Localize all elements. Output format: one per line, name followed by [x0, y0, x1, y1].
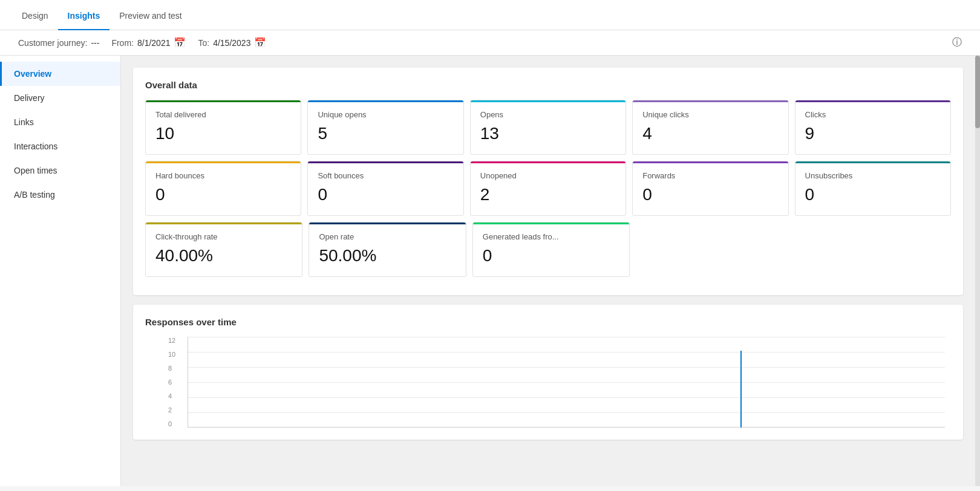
metric-hard-bounces-value: 0	[155, 185, 291, 204]
metric-soft-bounces-label: Soft bounces	[318, 171, 453, 180]
metric-click-through-rate-label: Click-through rate	[155, 232, 292, 241]
metric-click-through-rate-value: 40.00%	[155, 246, 292, 265]
metric-open-rate-value: 50.00%	[319, 246, 456, 265]
sidebar-item-delivery[interactable]: Delivery	[0, 86, 120, 110]
tab-insights[interactable]: Insights	[58, 2, 110, 30]
chart-area: 12 10 8 6 4 2 0	[188, 337, 945, 428]
metric-opens-value: 13	[480, 124, 616, 143]
scrollbar-track[interactable]	[975, 56, 980, 486]
scrollbar-thumb[interactable]	[975, 56, 980, 128]
tab-preview-test[interactable]: Preview and test	[109, 2, 192, 30]
metric-forwards-label: Forwards	[642, 171, 778, 180]
to-calendar-icon[interactable]: 📅	[254, 37, 266, 48]
chart-y-axis	[188, 337, 188, 428]
metric-clicks: Clicks 9	[795, 100, 951, 155]
metrics-row3: Click-through rate 40.00% Open rate 50.0…	[145, 222, 951, 277]
metric-unsubscribes: Unsubscribes 0	[795, 161, 951, 216]
metric-total-delivered: Total delivered 10	[145, 100, 301, 155]
y-label-6: 6	[168, 379, 175, 386]
responses-over-time-title: Responses over time	[145, 317, 951, 327]
metric-click-through-rate: Click-through rate 40.00%	[145, 222, 302, 277]
metrics-row2: Hard bounces 0 Soft bounces 0 Unopened 2…	[145, 161, 951, 216]
grid-line-12	[188, 337, 945, 337]
metric-opens: Opens 13	[470, 100, 626, 155]
metric-soft-bounces: Soft bounces 0	[307, 161, 463, 216]
sidebar-item-overview[interactable]: Overview	[0, 62, 120, 86]
metric-generated-leads: Generated leads fro... 0	[472, 222, 630, 277]
from-value: 8/1/2021	[137, 38, 171, 48]
content-area: Overall data Total delivered 10 Unique o…	[121, 56, 975, 486]
metric-clicks-label: Clicks	[805, 110, 941, 119]
grid-line-8	[188, 367, 945, 368]
metric-unique-opens-value: 5	[318, 124, 453, 143]
metric-open-rate: Open rate 50.00%	[309, 222, 466, 277]
metric-opens-label: Opens	[480, 110, 616, 119]
tab-design[interactable]: Design	[12, 2, 58, 30]
y-label-0: 0	[168, 420, 175, 428]
metric-unopened: Unopened 2	[470, 161, 626, 216]
grid-line-2	[188, 412, 945, 413]
y-label-10: 10	[168, 351, 175, 358]
metric-unique-opens: Unique opens 5	[307, 100, 463, 155]
filter-bar: Customer journey: --- From: 8/1/2021 📅 T…	[0, 30, 980, 56]
metrics-row1: Total delivered 10 Unique opens 5 Opens …	[145, 100, 951, 155]
sidebar-item-interactions[interactable]: Interactions	[0, 134, 120, 158]
to-filter: To: 4/15/2023 📅	[198, 37, 266, 48]
overall-data-card: Overall data Total delivered 10 Unique o…	[133, 68, 963, 295]
y-label-2: 2	[168, 406, 175, 414]
metric-generated-leads-label: Generated leads fro...	[483, 232, 619, 241]
metric-generated-leads-value: 0	[483, 246, 619, 265]
chart-y-labels: 12 10 8 6 4 2 0	[168, 337, 175, 428]
grid-line-6	[188, 382, 945, 383]
y-label-4: 4	[168, 392, 175, 400]
metric-unopened-label: Unopened	[480, 171, 616, 180]
metric-forwards-value: 0	[642, 185, 778, 204]
metric-soft-bounces-value: 0	[318, 185, 453, 204]
metric-unique-opens-label: Unique opens	[318, 110, 453, 119]
metric-total-delivered-value: 10	[155, 124, 291, 143]
from-label: From:	[111, 38, 134, 48]
metric-empty-cell	[636, 222, 951, 277]
metric-clicks-value: 9	[805, 124, 941, 143]
customer-journey-label: Customer journey:	[18, 38, 87, 48]
chart-x-axis	[188, 427, 945, 428]
sidebar-item-links[interactable]: Links	[0, 110, 120, 134]
to-value: 4/15/2023	[213, 38, 250, 48]
metric-unique-clicks: Unique clicks 4	[632, 100, 788, 155]
responses-over-time-card: Responses over time 12 10 8 6 4 2 0	[133, 305, 963, 440]
from-calendar-icon[interactable]: 📅	[174, 37, 186, 48]
sidebar-item-ab-testing[interactable]: A/B testing	[0, 183, 120, 207]
main-layout: Overview Delivery Links Interactions Ope…	[0, 56, 980, 486]
metric-total-delivered-label: Total delivered	[155, 110, 291, 119]
chart-data-line	[740, 351, 742, 428]
metric-open-rate-label: Open rate	[319, 232, 456, 241]
sidebar: Overview Delivery Links Interactions Ope…	[0, 56, 121, 486]
overall-data-title: Overall data	[145, 80, 951, 90]
y-label-12: 12	[168, 337, 175, 344]
metric-unsubscribes-label: Unsubscribes	[805, 171, 941, 180]
metric-unsubscribes-value: 0	[805, 185, 941, 204]
grid-line-4	[188, 397, 945, 398]
chart-container: 12 10 8 6 4 2 0	[145, 337, 951, 428]
customer-journey-filter: Customer journey: ---	[18, 38, 99, 48]
metric-unique-clicks-label: Unique clicks	[642, 110, 778, 119]
metric-hard-bounces-label: Hard bounces	[155, 171, 291, 180]
top-nav: Design Insights Preview and test	[0, 0, 980, 30]
from-filter: From: 8/1/2021 📅	[111, 37, 186, 48]
metric-forwards: Forwards 0	[632, 161, 788, 216]
metric-hard-bounces: Hard bounces 0	[145, 161, 301, 216]
grid-line-10	[188, 352, 945, 353]
y-label-8: 8	[168, 365, 175, 372]
sidebar-item-open-times[interactable]: Open times	[0, 158, 120, 183]
customer-journey-value: ---	[91, 38, 99, 48]
metric-unique-clicks-value: 4	[642, 124, 778, 143]
info-icon[interactable]: ⓘ	[952, 36, 962, 49]
to-label: To:	[198, 38, 209, 48]
metric-unopened-value: 2	[480, 185, 616, 204]
